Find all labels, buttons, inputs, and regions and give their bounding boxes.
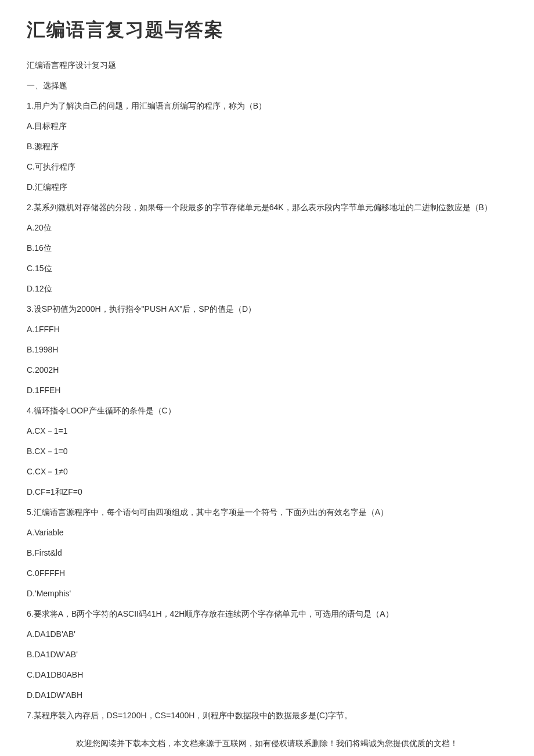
body-line: D.1FFEH (27, 384, 507, 397)
body-line: 5.汇编语言源程序中，每个语句可由四项组成，其中名字项是一个符号，下面列出的有效… (27, 506, 507, 519)
body-line: 6.要求将A，B两个字符的ASCII码41H，42H顺序存放在连续两个字存储单元… (27, 608, 507, 620)
body-line: C.15位 (27, 262, 507, 275)
body-line: 4.循环指令LOOP产生循环的条件是（C） (27, 405, 507, 417)
body-line: C.2002H (27, 364, 507, 376)
body-line: C.可执行程序 (27, 161, 507, 173)
body-line: A.目标程序 (27, 120, 507, 132)
body-line: A.1FFFH (27, 323, 507, 336)
body-line: B.CX－1=0 (27, 445, 507, 458)
body-line: A.CX－1=1 (27, 425, 507, 437)
body-line: D.12位 (27, 283, 507, 295)
body-line: D.汇编程序 (27, 181, 507, 193)
body-line: 3.设SP初值为2000H，执行指令"PUSH AX"后，SP的值是（D） (27, 303, 507, 315)
document-body: 汇编语言程序设计复习题一、选择题1.用户为了解决自己的问题，用汇编语言所编写的程… (27, 59, 507, 722)
body-line: B.DA1DW'AB' (27, 649, 507, 661)
body-line: 7.某程序装入内存后，DS=1200H，CS=1400H，则程序中数据段中的数据… (27, 710, 507, 722)
body-line: A.Variable (27, 527, 507, 539)
body-line: C.DA1DB0ABH (27, 669, 507, 681)
body-line: D.'Memphis' (27, 588, 507, 600)
body-line: B.源程序 (27, 141, 507, 153)
body-line: A.DA1DB'AB' (27, 628, 507, 640)
page-title: 汇编语言复习题与答案 (27, 17, 507, 43)
body-line: B.16位 (27, 242, 507, 254)
body-line: D.DA1DW'ABH (27, 689, 507, 701)
body-line: 2.某系列微机对存储器的分段，如果每一个段最多的字节存储单元是64K，那么表示段… (27, 201, 507, 214)
body-line: 1.用户为了解决自己的问题，用汇编语言所编写的程序，称为（B） (27, 100, 507, 112)
body-line: B.First&ld (27, 547, 507, 559)
body-line: A.20位 (27, 222, 507, 234)
body-line: B.1998H (27, 344, 507, 356)
footer-text: 欢迎您阅读并下载本文档，本文档来源于互联网，如有侵权请联系删除！我们将竭诚为您提… (0, 739, 534, 749)
body-line: 一、选择题 (27, 80, 507, 92)
body-line: D.CF=1和ZF=0 (27, 486, 507, 498)
body-line: C.0FFFFH (27, 567, 507, 579)
body-line: 汇编语言程序设计复习题 (27, 59, 507, 71)
body-line: C.CX－1≠0 (27, 466, 507, 478)
